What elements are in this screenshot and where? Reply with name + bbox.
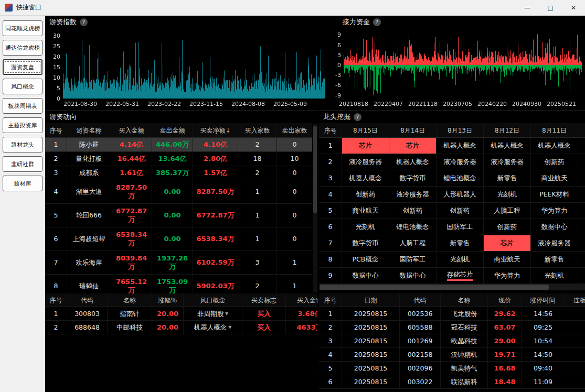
cell-concept[interactable]: 机器人概念▼ xyxy=(184,321,242,334)
maximize-button[interactable]: □ xyxy=(539,0,562,15)
table-row[interactable]: 6光刻机锂电池概念国防军工创新药数据中心国防军工 xyxy=(319,219,585,235)
col-header-seq[interactable]: 序号 xyxy=(319,123,342,137)
vertical-scrollbar[interactable] xyxy=(313,124,317,292)
cell-limit-time: 09:40 xyxy=(522,362,564,375)
table-row[interactable]: 3成都系1.61亿385.37万1.57亿20 xyxy=(45,166,312,180)
table-row[interactable]: 4湖里大道8287.50万0.008287.50万10 xyxy=(45,180,312,204)
cell-sell-amount: 385.37万 xyxy=(152,166,193,180)
sidebar-item-fengkou-gainian[interactable]: 风口概念 xyxy=(3,79,42,94)
cell-buy-count: 18 xyxy=(238,152,277,166)
col-header-day-0813[interactable]: 8月13日 xyxy=(437,123,484,137)
col-header-sell-count[interactable]: 卖出家数 xyxy=(277,123,312,137)
col-header-seq[interactable]: 序号 xyxy=(45,123,67,137)
cell-seq: 2 xyxy=(319,154,342,170)
col-header-day-0814[interactable]: 8月14日 xyxy=(389,123,437,137)
col-header-day-0812[interactable]: 8月12日 xyxy=(484,123,531,137)
col-header-name[interactable]: 游资名称 xyxy=(67,123,111,137)
col-header-pct[interactable]: 涨幅% xyxy=(152,293,184,307)
table-row[interactable]: 4创新药液冷服务器人形机器人光刻机PEEK材料雅江概念 xyxy=(319,187,585,203)
cell-concept[interactable]: 非周期股▼ xyxy=(184,307,242,320)
cell-day-0815: 芯片 xyxy=(342,138,389,154)
scrollbar-thumb[interactable] xyxy=(313,126,317,213)
table-row[interactable]: 120250815002536飞龙股份29.6214:56 xyxy=(319,307,585,321)
panel-limitup-list: 序号日期代码名称现价涨停时间连板120250815002536飞龙股份29.62… xyxy=(319,293,585,392)
table-row[interactable]: 7欢乐海岸8039.84万1937.26万6102.59万31 xyxy=(45,251,312,275)
cell-day-0813: 液冷服务器 xyxy=(437,154,484,170)
table-row[interactable]: 520250815002096凯美特气16.6809:40 xyxy=(319,362,585,375)
col-header-price[interactable]: 现价 xyxy=(488,293,522,307)
cell-seq: 4 xyxy=(45,180,67,203)
col-header-day-0811[interactable]: 8月11日 xyxy=(531,123,578,137)
cell-sell-amount: 1937.26万 xyxy=(152,251,193,274)
close-button[interactable]: ✕ xyxy=(562,0,585,15)
cell-net-amount: 4.10亿 xyxy=(193,138,238,151)
sidebar-item-zhuti-touziku[interactable]: 主题投资库 xyxy=(3,117,42,133)
col-header-date[interactable]: 日期 xyxy=(342,293,400,307)
col-header-concept[interactable]: 风口概念 xyxy=(184,293,242,307)
col-header-code[interactable]: 代码 xyxy=(67,293,108,307)
sidebar-item-youzi-fupan[interactable]: 游资复盘 xyxy=(3,59,42,75)
horizontal-scrollbar[interactable] xyxy=(319,284,585,290)
col-header-sell-amount[interactable]: 卖出金额 xyxy=(152,123,193,137)
col-header-flag[interactable]: 买卖标志 xyxy=(242,293,286,307)
dropdown-arrow-icon[interactable]: ▼ xyxy=(225,310,228,318)
cell-day-0815: 机器人概念 xyxy=(342,170,389,186)
col-header-seq[interactable]: 序号 xyxy=(319,293,342,307)
table-row[interactable]: 1300803指南针20.00非周期股▼买入3.68亿 xyxy=(45,307,317,321)
table-row[interactable]: 3机器人概念数字货币锂电池概念新零售商业航天创新药 xyxy=(319,170,585,187)
cell-buy-count: 1 xyxy=(238,204,277,227)
col-header-name[interactable]: 名称 xyxy=(441,293,488,307)
cell-price: 63.07 xyxy=(488,321,522,334)
help-icon[interactable]: ? xyxy=(80,18,88,26)
sidebar-item-jiuyan-shequn[interactable]: 韭研社群 xyxy=(3,156,42,172)
dropdown-arrow-icon[interactable]: ▼ xyxy=(228,323,231,332)
table-row[interactable]: 8瑞鹤仙7655.12万1753.09万5902.03万21 xyxy=(45,275,312,293)
hotmoney-index-chart xyxy=(45,28,328,108)
sidebar-item-tdx-longhubang[interactable]: 通达信龙虎榜 xyxy=(3,40,42,56)
table-row[interactable]: 420250815002158汉钟精机19.7114:50 xyxy=(319,348,585,362)
table-row[interactable]: 1芯片芯片机器人概念机器人概念机器人概念机器人概念 xyxy=(319,138,585,154)
cell-seq: 4 xyxy=(319,187,342,202)
panel-title: 游资指数 xyxy=(49,17,77,27)
cell-day-0811: 光刻机 xyxy=(531,268,578,284)
col-header-code[interactable]: 代码 xyxy=(400,293,441,307)
table-row[interactable]: 8PCB概念国防军工光刻机商业航天新零售液冷服务器 xyxy=(319,252,585,268)
cell-date: 20250815 xyxy=(342,348,400,361)
col-header-buy-amount[interactable]: 买入金额 xyxy=(111,123,152,137)
sidebar-item-ticai-ku[interactable]: 题材库 xyxy=(3,176,42,191)
table-row[interactable]: 7数字货币人脑工程新零售芯片液冷服务器数据中心 xyxy=(319,235,585,252)
minimize-button[interactable]: — xyxy=(516,0,539,15)
scrollbar-thumb[interactable] xyxy=(320,285,549,290)
table-row[interactable]: 9数据中心数据中心存储芯片华为算力光刻机新零售 xyxy=(319,268,585,284)
col-header-day-0815[interactable]: 8月15日 xyxy=(342,123,389,137)
table-row[interactable]: 220250815605588冠石科技63.0709:25 xyxy=(319,321,585,334)
col-header-seq[interactable]: 序号 xyxy=(45,293,67,307)
col-header-buy-count[interactable]: 买入家数 xyxy=(238,123,277,137)
table-row[interactable]: 1陈小群4.14亿446.00万4.10亿20 xyxy=(45,138,312,152)
table-row[interactable]: 2量化打板16.44亿13.64亿2.80亿1810 xyxy=(45,152,312,166)
cell-seq: 5 xyxy=(319,203,342,219)
col-header-day-0808[interactable]: 8月8日 xyxy=(578,123,585,137)
table-row[interactable]: 2液冷服务器机器人概念液冷服务器液冷服务器创新药光伏 xyxy=(319,154,585,170)
cell-limit-time: 09:25 xyxy=(522,321,564,334)
cell-seq: 1 xyxy=(319,307,342,320)
table-row[interactable]: 5商业航天创新药创新药人脑工程华为算力人形机器人 xyxy=(319,203,585,219)
col-header-name[interactable]: 名称 xyxy=(108,293,152,307)
table-row[interactable]: 5轮回6666772.87万0.006772.87万10 xyxy=(45,204,312,227)
sidebar-item-bankuai-zhouqibiao[interactable]: 板块周期表 xyxy=(3,98,42,114)
table-row[interactable]: 2688648中邮科技20.00机器人概念▼买入4633万 xyxy=(45,321,317,334)
col-header-boards[interactable]: 连板 xyxy=(564,293,585,307)
sidebar-item-ths-longhubang[interactable]: 同花顺龙虎榜 xyxy=(3,20,42,36)
cell-day-0814: 芯片 xyxy=(389,138,437,154)
cell-day-0808: 新零售 xyxy=(578,268,585,284)
help-icon[interactable]: ? xyxy=(354,113,361,121)
col-header-amount[interactable]: 买入金额 xyxy=(286,293,317,307)
table-row[interactable]: 320250815001269欧晶科技29.0010:54 xyxy=(319,334,585,348)
sidebar-item-ticai-longtou[interactable]: 题材龙头 xyxy=(3,137,42,153)
col-header-net-amount[interactable]: 买卖净额↓ xyxy=(193,123,238,137)
table-row[interactable]: 6上海超短帮6538.34万0.006538.34万10 xyxy=(45,227,312,251)
col-header-limit-time[interactable]: 涨停时间 xyxy=(522,293,564,307)
cell-day-0814: 锂电池概念 xyxy=(389,219,437,235)
help-icon[interactable]: ? xyxy=(373,18,381,26)
table-row[interactable]: 620250815003022联泓新科18.4811:09 xyxy=(319,375,585,389)
